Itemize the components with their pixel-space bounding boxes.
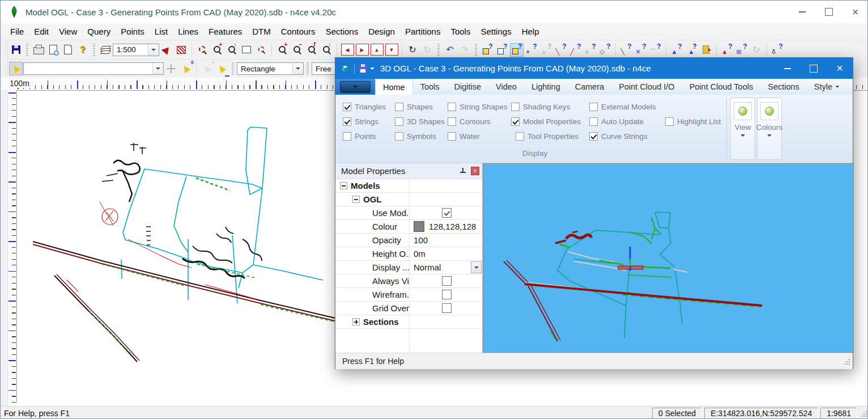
tree-node-ogl[interactable]: OGL <box>335 193 483 206</box>
tab-camera[interactable]: Camera <box>568 79 612 95</box>
query-circle-button[interactable]: ○? <box>584 43 597 57</box>
display-checkbox-curve-strings[interactable]: Curve Strings <box>589 132 648 141</box>
arrow-direction-button[interactable]: 0 <box>179 62 193 75</box>
display-checkbox-model-properties[interactable]: Model Properties <box>511 117 581 126</box>
tab-digitise[interactable]: Digitise <box>447 79 489 95</box>
combo-chevron[interactable] <box>148 44 159 56</box>
zoom-in-button[interactable]: + <box>275 43 289 57</box>
display-checkbox-3d-shapes[interactable]: 3D Shapes <box>395 117 445 126</box>
combo-chevron[interactable] <box>152 63 163 74</box>
zoom-extents-button[interactable] <box>195 43 209 57</box>
dynamic-pan-button[interactable]: ↕ <box>225 43 239 57</box>
expand-icon[interactable] <box>352 318 360 325</box>
qat-dropdown-icon[interactable] <box>370 67 375 70</box>
menu-design[interactable]: Design <box>363 27 400 36</box>
zoom-window-button[interactable] <box>240 43 253 57</box>
close-button[interactable]: × <box>842 1 868 23</box>
prop-value[interactable]: Normal <box>409 261 483 274</box>
query-cross-button[interactable]: ✕? <box>634 43 648 57</box>
scale-combobox[interactable]: 1:500 <box>113 44 159 56</box>
redo-button[interactable]: ↷ <box>458 43 471 57</box>
pan-right-button[interactable]: ▶ <box>355 43 369 57</box>
pin-icon[interactable] <box>459 168 466 175</box>
arrow-add-button[interactable]: + <box>200 62 214 75</box>
rotate-query-button[interactable]: ↻ <box>750 43 763 57</box>
menu-query[interactable]: Query <box>82 27 116 36</box>
triangle-level-button[interactable]: ▲? <box>720 43 734 57</box>
toolbar-grip[interactable] <box>475 44 477 56</box>
always-visible-checkbox[interactable] <box>442 276 452 286</box>
display-mode-dropdown[interactable] <box>471 261 482 273</box>
panel-close-button[interactable]: × <box>471 167 479 175</box>
resize-grip[interactable] <box>860 409 867 417</box>
display-checkbox-external-models[interactable]: External Models <box>589 103 656 111</box>
display-checkbox-contours[interactable]: Contours <box>448 117 491 126</box>
inner-resize-grip[interactable] <box>843 357 850 365</box>
tab-tools[interactable]: Tools <box>413 79 447 95</box>
query-level-button[interactable]: ▲? <box>670 43 683 57</box>
use-model-checkbox[interactable] <box>442 208 452 218</box>
arrow-edit-button[interactable] <box>215 62 228 75</box>
tab-point-cloud-io[interactable]: Point Cloud I/O <box>611 79 682 95</box>
pan-up-button[interactable]: ▲ <box>370 43 384 57</box>
query-curve-button[interactable]: ⌒? <box>649 43 662 57</box>
help-button[interactable]: ? <box>76 43 90 57</box>
query-point-button[interactable]: ? <box>495 43 509 57</box>
shading-pattern-button[interactable] <box>175 43 188 57</box>
toolbar-grip[interactable] <box>307 62 309 75</box>
wireframe-checkbox[interactable] <box>442 290 452 299</box>
layers-button[interactable] <box>99 43 112 57</box>
menu-list[interactable]: List <box>150 27 173 36</box>
display-checkbox-strings[interactable]: Strings <box>343 117 378 126</box>
tab-sections[interactable]: Sections <box>760 79 807 95</box>
view-dropdown-button[interactable]: View <box>730 98 755 160</box>
inner-maximize-button[interactable] <box>801 58 827 79</box>
undo-button[interactable]: ↶ <box>443 43 457 57</box>
select-feature-button[interactable] <box>9 62 23 75</box>
delta-query-button[interactable]: δ? <box>771 43 784 57</box>
display-checkbox-string-shapes[interactable]: String Shapes <box>448 103 508 111</box>
maximize-button[interactable] <box>815 1 842 23</box>
display-checkbox-auto-update[interactable]: Auto Update <box>589 117 644 126</box>
query-line-button[interactable]: ╲? <box>554 43 568 57</box>
collapse-icon[interactable] <box>340 182 347 189</box>
tab-point-cloud-tools[interactable]: Point Cloud Tools <box>682 79 761 95</box>
menu-sections[interactable]: Sections <box>321 27 364 36</box>
query-triangle-button[interactable]: ▲? <box>539 43 553 57</box>
inner-save-button[interactable] <box>359 64 367 73</box>
display-checkbox-symbols[interactable]: Symbols <box>395 132 436 141</box>
inner-minimize-button[interactable] <box>775 58 801 79</box>
pan-left-button[interactable]: ◀ <box>341 43 354 57</box>
snap-crosshair-button[interactable] <box>164 62 178 75</box>
exit-query-button[interactable] <box>699 43 713 57</box>
colour-swatch[interactable] <box>414 221 424 232</box>
display-checkbox-shapes[interactable]: Shapes <box>395 103 433 111</box>
toolbar-grip[interactable] <box>26 44 28 56</box>
query-segment-button[interactable]: ╲? <box>619 43 633 57</box>
tab-home[interactable]: Home <box>375 79 413 95</box>
zoom-centre-button[interactable]: + <box>210 43 224 57</box>
display-checkbox-points[interactable]: Points <box>343 132 376 141</box>
query-shape-button[interactable]: ◇? <box>598 43 612 57</box>
display-checkbox-highlight-list[interactable]: Highlight List <box>665 117 721 126</box>
zoom-selected-button[interactable] <box>254 43 268 57</box>
menu-settings[interactable]: Settings <box>475 27 516 36</box>
collapse-icon[interactable] <box>352 196 360 203</box>
tab-lighting[interactable]: Lighting <box>524 79 568 95</box>
zoom-previous-button[interactable]: ↕ <box>320 43 333 57</box>
rotate-view-button[interactable]: ↻ <box>406 43 419 57</box>
menu-help[interactable]: Help <box>517 27 544 36</box>
tree-node-models[interactable]: Models <box>335 179 483 193</box>
minimize-button[interactable] <box>789 1 815 23</box>
inner-close-button[interactable]: × <box>827 58 853 79</box>
combo-chevron[interactable] <box>292 63 303 74</box>
toolbar-grip[interactable] <box>232 62 234 75</box>
toolbar-grip[interactable] <box>437 44 440 56</box>
feature-combobox[interactable] <box>23 62 164 75</box>
shape-combobox[interactable]: Rectangle <box>237 62 304 75</box>
redraw-button[interactable] <box>160 43 173 57</box>
query-string-button[interactable]: ╱? <box>569 43 582 57</box>
menu-edit[interactable]: Edit <box>29 27 54 36</box>
tab-style[interactable]: Style <box>807 79 847 95</box>
page-setup-button[interactable] <box>61 43 75 57</box>
